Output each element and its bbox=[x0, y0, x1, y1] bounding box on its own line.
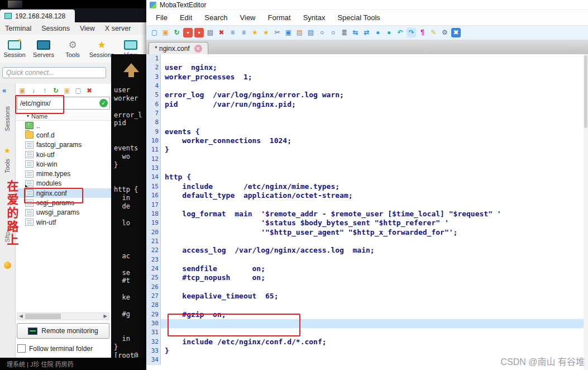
code-line[interactable]: 22 access_log /var/log/nginx/access.log … bbox=[146, 246, 588, 255]
code-line[interactable]: 31 bbox=[146, 328, 588, 337]
editor-toolbar-icon[interactable]: ≡ bbox=[239, 28, 248, 37]
file-row[interactable]: fastcgi_params bbox=[16, 140, 111, 150]
scrollbar-thumb[interactable] bbox=[25, 314, 61, 319]
code-line[interactable]: 15 include /etc/nginx/mime.types; bbox=[146, 182, 588, 191]
code-line[interactable]: 29 #gzip on; bbox=[146, 310, 588, 319]
editor-menu-item[interactable]: File bbox=[150, 13, 174, 22]
editor-toolbar-icon[interactable]: ★ bbox=[261, 28, 271, 37]
document-tab[interactable]: * nginx.conf ✕ bbox=[149, 42, 208, 54]
sftp-toolbar-icon[interactable]: ✖ bbox=[85, 86, 94, 95]
editor-toolbar-icon[interactable]: ⇆ bbox=[351, 28, 360, 37]
code-line[interactable]: 26 bbox=[146, 283, 588, 292]
code-line[interactable]: 13 bbox=[146, 164, 588, 173]
editor-menu-item[interactable]: Edit bbox=[174, 13, 198, 22]
side-tab-tools[interactable]: Tools bbox=[4, 159, 11, 173]
editor-menu-item[interactable]: Format bbox=[262, 13, 297, 22]
code-line[interactable]: 1 bbox=[146, 54, 588, 63]
code-line[interactable]: 12 bbox=[146, 155, 588, 164]
editor-toolbar-icon[interactable]: ✎ bbox=[429, 28, 438, 37]
editor-toolbar-icon[interactable]: ▪ bbox=[194, 28, 204, 37]
scroll-right-icon[interactable]: ▶ bbox=[102, 313, 109, 320]
editor-toolbar-icon[interactable]: ⇄ bbox=[362, 28, 371, 37]
close-tab-icon[interactable]: ✕ bbox=[194, 45, 202, 53]
editor-toolbar-icon[interactable]: ▤ bbox=[306, 28, 315, 37]
code-line[interactable]: 14 http { bbox=[146, 173, 588, 182]
code-line[interactable]: 11 } bbox=[146, 145, 588, 154]
editor-menu-item[interactable]: Search bbox=[198, 13, 233, 22]
scrollbar-thumb[interactable] bbox=[584, 55, 587, 128]
editor-toolbar-icon[interactable]: ▪ bbox=[183, 28, 193, 37]
file-row[interactable]: koi-utf bbox=[16, 150, 111, 159]
session-tab[interactable]: 192.168.248.128 bbox=[0, 10, 75, 22]
code-line[interactable]: 28 bbox=[146, 301, 588, 310]
code-line[interactable]: 30 bbox=[146, 319, 588, 328]
sftp-toolbar-icon[interactable]: ↑ bbox=[40, 86, 49, 95]
code-line[interactable]: 25 #tcp_nopush on; bbox=[146, 273, 588, 282]
editor-menu-item[interactable]: View bbox=[234, 13, 262, 22]
editor-toolbar-icon[interactable]: ○ bbox=[328, 28, 338, 37]
editor-toolbar-icon[interactable]: ≡ bbox=[228, 28, 237, 37]
file-row[interactable]: win-utf bbox=[16, 217, 111, 227]
file-row[interactable]: scgi_params bbox=[16, 198, 111, 207]
editor-toolbar-icon[interactable]: ▣ bbox=[161, 28, 170, 37]
menu-item[interactable]: Sessions bbox=[36, 25, 75, 32]
code-line[interactable]: 8 bbox=[146, 118, 588, 127]
editor-toolbar-icon[interactable]: ○ bbox=[317, 28, 327, 37]
code-line[interactable]: 21 bbox=[146, 237, 588, 246]
file-row[interactable]: mime.types bbox=[16, 169, 111, 178]
code-line[interactable]: 17 bbox=[146, 201, 588, 210]
file-row[interactable]: conf.d bbox=[16, 130, 111, 140]
code-line[interactable]: 5 error_log /var/log/nginx/error.log war… bbox=[146, 91, 588, 99]
editor-toolbar-icon[interactable]: ✖ bbox=[217, 28, 226, 37]
path-input[interactable] bbox=[17, 97, 110, 110]
remote-monitoring-button[interactable]: Remote monitoring bbox=[17, 323, 109, 339]
file-row[interactable]: .. bbox=[16, 121, 111, 130]
code-line[interactable]: 10 worker_connections 1024; bbox=[146, 136, 588, 145]
editor-toolbar-icon[interactable]: ⚙ bbox=[440, 28, 450, 37]
side-tab-sftp[interactable]: Sftp bbox=[4, 231, 11, 243]
editor-toolbar-icon[interactable]: ★ bbox=[250, 28, 260, 37]
toolbar-button[interactable]: Servers bbox=[29, 35, 58, 63]
editor-toolbar-icon[interactable]: ● bbox=[373, 28, 383, 37]
editor-vertical-scrollbar[interactable] bbox=[584, 54, 588, 370]
collapse-sidebar-icon[interactable]: « bbox=[2, 86, 6, 94]
editor-toolbar-icon[interactable]: ✂ bbox=[273, 28, 282, 37]
sftp-toolbar-icon[interactable]: ▣ bbox=[18, 86, 27, 95]
toolbar-button[interactable]: Session bbox=[0, 35, 29, 63]
follow-terminal-checkbox[interactable] bbox=[17, 344, 26, 353]
horizontal-scrollbar[interactable]: ◀ ▶ bbox=[17, 312, 109, 320]
code-line[interactable]: 9 events { bbox=[146, 127, 588, 136]
scroll-left-icon[interactable]: ◀ bbox=[17, 313, 25, 320]
code-line[interactable]: 2 user nginx; bbox=[146, 63, 588, 72]
code-line[interactable]: 19 '$status $body_bytes_sent "$http_refe… bbox=[146, 219, 588, 227]
editor-toolbar-icon[interactable]: ● bbox=[384, 28, 394, 37]
editor-toolbar-icon[interactable]: ≣ bbox=[340, 28, 349, 37]
code-line[interactable]: 18 log_format main '$remote_addr - $remo… bbox=[146, 210, 588, 219]
editor-toolbar-icon[interactable]: ↻ bbox=[172, 28, 181, 37]
code-line[interactable]: 4 bbox=[146, 82, 588, 91]
editor-toolbar-icon[interactable]: ▤ bbox=[295, 28, 304, 37]
file-row[interactable]: nginx.conf bbox=[16, 188, 111, 198]
code-line[interactable]: 32 include /etc/nginx/conf.d/*.conf; bbox=[146, 338, 588, 347]
code-line[interactable]: 23 bbox=[146, 255, 588, 264]
toolbar-button[interactable]: Tools bbox=[58, 35, 87, 63]
code-line[interactable]: 3 worker_processes 1; bbox=[146, 73, 588, 82]
code-line[interactable]: 20 '"$http_user_agent" "$http_x_forwarde… bbox=[146, 228, 588, 237]
file-row[interactable]: koi-win bbox=[16, 159, 111, 169]
code-line[interactable]: 33 } bbox=[146, 347, 588, 355]
menu-item[interactable]: Terminal bbox=[0, 25, 36, 32]
code-line[interactable]: 27 keepalive_timeout 65; bbox=[146, 292, 588, 301]
macro-ball-icon[interactable] bbox=[4, 262, 11, 269]
terminal-pane[interactable]: user worker error_l pid events wo bbox=[111, 54, 146, 358]
editor-toolbar-icon[interactable]: ✖ bbox=[451, 28, 461, 37]
editor-toolbar-icon[interactable]: ▢ bbox=[150, 28, 159, 37]
code-line[interactable]: 7 bbox=[146, 109, 588, 118]
sftp-toolbar-icon[interactable]: ▢ bbox=[74, 86, 83, 95]
code-line[interactable]: 24 sendfile on; bbox=[146, 264, 588, 273]
sftp-toolbar-icon[interactable]: ↓ bbox=[29, 86, 38, 95]
scroll-up-icon[interactable] bbox=[123, 63, 139, 72]
menu-item[interactable]: X server bbox=[100, 25, 136, 32]
editor-toolbar-icon[interactable]: ↶ bbox=[395, 28, 405, 37]
code-line[interactable]: 34 bbox=[146, 355, 588, 364]
editor-toolbar-icon[interactable]: ¶ bbox=[418, 28, 427, 37]
